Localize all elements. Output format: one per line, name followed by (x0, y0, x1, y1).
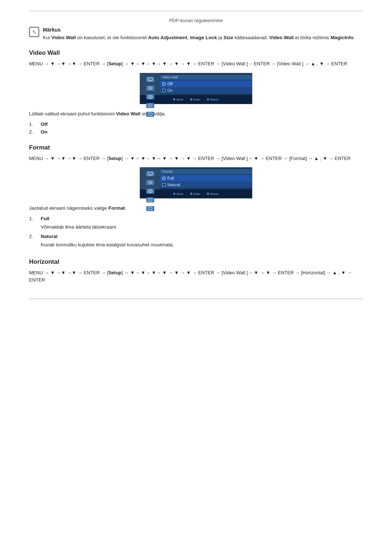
screen-content-vw: Video Wall ✓ Off On (160, 73, 252, 94)
horizontal-menu-path: MENU → ▼ →▼ →▼ → ENTER → [Setup] → ▼→ ▼→… (29, 269, 363, 284)
fmt-footer-return: Return (207, 192, 219, 196)
fmt-list-item-2: 2. Natural (29, 234, 363, 239)
top-rule (29, 11, 363, 11)
screen-footer-fmt: Move Enter Return (140, 189, 252, 198)
fmt-label-full: Full (41, 216, 49, 221)
fmt-icon-2 (146, 180, 154, 185)
enter-label: Enter (193, 98, 200, 101)
vw-label-on: On (41, 129, 48, 135)
screen-icon-2 (146, 86, 154, 91)
note-bold-1: Video Wall (51, 35, 76, 40)
footer-move: Move (173, 98, 184, 101)
checkbox-full: ✓ (162, 177, 166, 180)
checkbox-natural (162, 183, 166, 186)
fmt-move-dot (173, 193, 175, 195)
bottom-rule (29, 299, 363, 299)
fmt-icon-5 (146, 206, 154, 211)
setup-bold-2: Setup (108, 156, 121, 161)
option-natural-label: Natural (167, 182, 180, 187)
svg-rect-19 (148, 207, 152, 210)
screen-option-natural[interactable]: Natural (160, 181, 252, 188)
vw-bold: Video Wall (116, 111, 140, 116)
fmt-num-1: 1. (29, 216, 36, 221)
screen-option-off[interactable]: ✓ Off (160, 81, 252, 87)
note-bold-5: Video Wall (269, 35, 294, 40)
note-text: Kui Video Wall on kasutusel, ei ole funk… (43, 34, 355, 41)
checkbox-on (162, 89, 166, 92)
option-full-label: Full (167, 176, 174, 180)
full-sub-desc: Võimaldab ilma äärteta täisekraani. (41, 223, 363, 231)
video-wall-screen-container: Video Wall ✓ Off On Move (29, 73, 363, 104)
video-wall-menu-path: MENU → ▼ →▼ →▼ → ENTER → [Setup] → ▼→ ▼→… (29, 60, 363, 68)
vw-list-item-1: 1. Off (29, 122, 363, 127)
setup-bold-3: Setup (108, 270, 121, 275)
option-off-label: Off (167, 82, 172, 86)
note-bold-6: MagicInfo (331, 35, 354, 40)
natural-sub-desc: Kuvab loomuliku kujutise ilma esialgset … (41, 241, 363, 249)
fmt-enter-label: Enter (193, 192, 200, 196)
option-on-label: On (167, 88, 173, 93)
format-title: Format (29, 144, 363, 151)
video-wall-desc: Lülitab valitud ekraani puhul funktsioon… (29, 110, 363, 118)
format-screen-mockup: Format ✓ Full Natural Move (140, 167, 252, 198)
page-header: PDP-kuvari reguleerimine (29, 18, 363, 23)
setup-bold: Setup (108, 61, 121, 66)
horizontal-section: Horizontal MENU → ▼ →▼ →▼ → ENTER → [Set… (29, 258, 363, 284)
svg-rect-12 (149, 175, 151, 176)
note-bold-2: Auto Adjustment (148, 35, 187, 40)
vw-num-1: 1. (29, 122, 36, 127)
screen-option-full[interactable]: ✓ Full (160, 175, 252, 181)
screen-content-fmt: Format ✓ Full Natural (160, 168, 252, 188)
fmt-num-2: 2. (29, 234, 36, 239)
screen-left-panel-vw (140, 73, 160, 95)
vw-list-item-2: 2. On (29, 129, 363, 135)
page-title: PDP-kuvari reguleerimine (169, 18, 223, 23)
fmt-return-dot (207, 193, 209, 195)
fmt-footer-move: Move (173, 192, 184, 196)
fmt-enter-dot (190, 193, 192, 195)
screen-option-on[interactable]: On (160, 87, 252, 94)
note-icon: ✎ (29, 27, 39, 37)
svg-rect-8 (148, 113, 152, 115)
svg-rect-11 (148, 172, 152, 175)
format-bold: Format (108, 205, 125, 211)
fmt-label-natural: Natural (41, 234, 58, 239)
svg-point-14 (150, 182, 151, 183)
footer-enter: Enter (190, 98, 200, 101)
video-wall-title: Video Wall (29, 49, 363, 57)
fmt-list-item-1: 1. Full (29, 216, 363, 221)
fmt-move-label: Move (176, 192, 184, 196)
return-dot (207, 98, 209, 100)
format-menu-path: MENU → ▼ →▼ →▼ → ENTER → [Setup] → ▼→ ▼→… (29, 155, 363, 163)
note-bold-4: Size (224, 35, 233, 40)
note-bold-3: Image Lock (190, 35, 217, 40)
fmt-icon-3 (146, 189, 154, 194)
move-label: Move (176, 98, 184, 101)
format-section: Format MENU → ▼ →▼ →▼ → ENTER → [Setup] … (29, 144, 363, 249)
screen-left-panel-fmt (140, 168, 160, 189)
note-symbol: ✎ (32, 29, 36, 35)
vw-num-2: 2. (29, 129, 36, 135)
note-box: ✎ Märkus Kui Video Wall on kasutusel, ei… (29, 27, 363, 41)
screen-title-vw: Video Wall (160, 75, 252, 80)
screen-icon-4 (146, 103, 154, 108)
screen-title-fmt: Format (160, 169, 252, 174)
note-label: Märkus (43, 27, 355, 33)
video-wall-section: Video Wall MENU → ▼ →▼ →▼ → ENTER → [Set… (29, 49, 363, 134)
return-label: Return (210, 98, 219, 101)
checkbox-off: ✓ (162, 82, 166, 86)
page-container: PDP-kuvari reguleerimine ✎ Märkus Kui Vi… (0, 0, 392, 554)
screen-footer-vw: Move Enter Return (140, 95, 252, 104)
note-label-area: Märkus Kui Video Wall on kasutusel, ei o… (43, 27, 355, 41)
format-desc: Jaotatud ekraani nägemiseks valige Forma… (29, 204, 363, 212)
fmt-footer-enter: Enter (190, 192, 200, 196)
fmt-icon-4 (146, 197, 154, 202)
screen-icon-1 (146, 77, 154, 82)
move-dot (173, 98, 175, 100)
format-screen-container: Format ✓ Full Natural Move (29, 167, 363, 198)
screen-icon-5 (146, 112, 154, 117)
footer-return: Return (207, 98, 219, 101)
vw-label-off: Off (41, 122, 48, 127)
svg-point-3 (150, 88, 151, 89)
enter-dot (190, 98, 192, 100)
